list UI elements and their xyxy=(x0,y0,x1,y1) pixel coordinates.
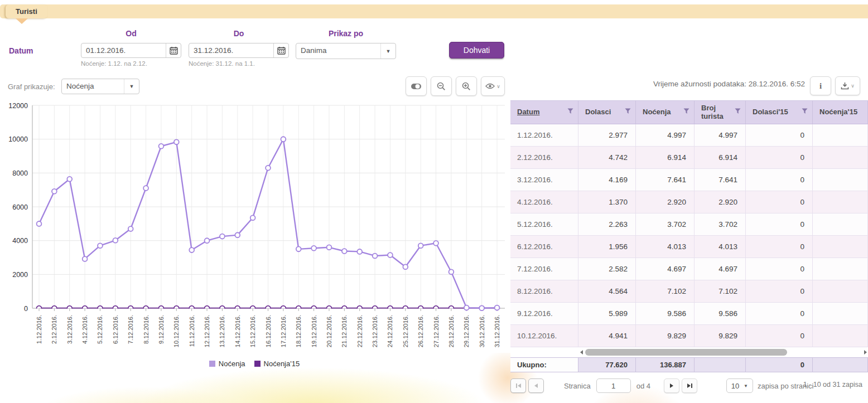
stranica-label: Stranica xyxy=(564,382,591,390)
filter-funnel-icon[interactable] xyxy=(735,108,741,116)
chevron-down-icon: ▼ xyxy=(124,79,139,94)
table-row[interactable]: 5.12.2016.2.2633.7023.7020 xyxy=(510,213,868,236)
column-header-1[interactable]: Datum xyxy=(510,101,578,124)
cell-value: 0 xyxy=(746,169,813,191)
table-row[interactable]: 2.12.2016.4.7426.9146.9140 xyxy=(510,147,868,169)
filter-funnel-icon[interactable] xyxy=(625,108,631,116)
cell-value: 2.920 xyxy=(636,191,695,213)
cell-value: 2.263 xyxy=(578,213,636,235)
chevron-down-icon: ▼ xyxy=(380,43,396,59)
do-label: Do xyxy=(189,29,289,38)
line-chart[interactable]: 0200040006000800010000120001.12.2016.2.1… xyxy=(0,103,509,357)
svg-text:3.12.2016.: 3.12.2016. xyxy=(66,315,73,344)
column-header-5[interactable]: Dolasci'15 xyxy=(746,101,813,124)
cell-value: 3.702 xyxy=(695,213,746,235)
cell-value: 2.582 xyxy=(578,258,636,280)
horizontal-scrollbar xyxy=(510,347,868,357)
graf-prikazuje-select[interactable]: Noćenja ▼ xyxy=(61,79,139,94)
footer-total: 77.620 xyxy=(578,358,636,372)
cell-date: 8.12.2016. xyxy=(510,280,578,302)
series-toggle-icon xyxy=(411,83,422,90)
svg-text:7.12.2016.: 7.12.2016. xyxy=(127,315,134,344)
cell-value: 0 xyxy=(746,213,813,235)
first-page-button[interactable] xyxy=(510,378,526,393)
column-header-4[interactable]: Broj turista xyxy=(695,101,746,124)
column-header-3[interactable]: Noćenja xyxy=(636,101,695,124)
scrollbar-thumb[interactable] xyxy=(585,349,787,356)
previous-page-button[interactable] xyxy=(528,378,544,393)
cell-date: 2.12.2016. xyxy=(510,147,578,168)
svg-text:23.12.2016.: 23.12.2016. xyxy=(372,315,378,347)
page-size-value: 10 xyxy=(727,382,744,390)
svg-text:19.12.2016.: 19.12.2016. xyxy=(311,315,317,347)
cell-value: 4.169 xyxy=(578,169,636,191)
svg-text:17.12.2016.: 17.12.2016. xyxy=(280,315,287,347)
cell-date: 7.12.2016. xyxy=(510,258,578,280)
tab-turisti[interactable]: Turisti xyxy=(6,4,47,18)
next-page-button[interactable] xyxy=(664,378,679,393)
prikaz-po-select[interactable]: Danima ▼ xyxy=(296,43,396,59)
calendar-icon[interactable] xyxy=(273,43,288,57)
zoom-out-button[interactable] xyxy=(431,76,452,96)
scrollbar-track[interactable] xyxy=(578,347,868,357)
date-to-input[interactable] xyxy=(189,43,273,57)
graf-prikazuje-value: Noćenja xyxy=(62,79,124,94)
table-row[interactable]: 7.12.2016.2.5824.6974.6970 xyxy=(510,258,868,280)
cell-value: 4.941 xyxy=(578,325,636,347)
top-tab-bar xyxy=(0,4,868,18)
visibility-menu-button[interactable]: ∨ xyxy=(481,76,505,96)
table-row[interactable]: 3.12.2016.4.1697.6417.6410 xyxy=(510,169,868,191)
last-page-button[interactable] xyxy=(682,378,697,393)
cell-value: 9.829 xyxy=(636,325,695,347)
column-header-6[interactable]: Noćenja'15 xyxy=(813,101,868,124)
info-icon: i xyxy=(819,81,822,91)
download-menu-button[interactable]: ∨ xyxy=(835,76,860,95)
cell-date: 4.12.2016. xyxy=(510,191,578,213)
footer-label: Ukupno: xyxy=(510,358,578,372)
dohvati-button[interactable]: Dohvati xyxy=(449,42,504,59)
page-size-select[interactable]: 10 ▼ xyxy=(726,378,753,393)
cell-date: 1.12.2016. xyxy=(510,124,578,146)
info-button[interactable]: i xyxy=(810,76,831,95)
cell-value: 7.641 xyxy=(695,169,746,191)
filter-funnel-icon[interactable] xyxy=(802,108,808,116)
table-row[interactable]: 8.12.2016.4.5647.1027.1020 xyxy=(510,280,868,303)
cell-value: 5.989 xyxy=(578,303,636,324)
legend-item[interactable]: Noćenja'15 xyxy=(254,360,300,368)
chevron-down-icon: ▼ xyxy=(744,383,753,389)
scroll-right-icon[interactable] xyxy=(862,350,868,355)
cell-value: 1.370 xyxy=(578,191,636,213)
zoom-in-button[interactable] xyxy=(456,76,477,96)
svg-text:20.12.2016.: 20.12.2016. xyxy=(326,315,332,347)
page-number-input[interactable] xyxy=(596,378,631,393)
legend-swatch xyxy=(254,361,261,367)
column-header-2[interactable]: Dolasci xyxy=(578,101,636,124)
legend-item[interactable]: Noćenja xyxy=(209,360,245,368)
filter-funnel-icon xyxy=(735,108,741,114)
footer-total: 0 xyxy=(746,358,813,372)
prikaz-po-value: Danima xyxy=(296,43,380,59)
cell-value xyxy=(813,280,868,302)
cell-value: 0 xyxy=(746,280,813,302)
date-from-field xyxy=(81,43,181,58)
footer-total: 136.887 xyxy=(636,358,695,372)
series-toggle-button[interactable] xyxy=(406,76,427,96)
od-hint: Noćenje: 1.12. na 2.12. xyxy=(81,60,147,67)
svg-text:22.12.2016.: 22.12.2016. xyxy=(356,315,363,347)
svg-text:24.12.2016.: 24.12.2016. xyxy=(387,315,393,347)
filter-funnel-icon[interactable] xyxy=(683,108,689,116)
table-row[interactable]: 9.12.2016.5.9899.5869.5860 xyxy=(510,303,868,325)
date-from-input[interactable] xyxy=(81,43,166,57)
table-row[interactable]: 4.12.2016.1.3702.9202.9200 xyxy=(510,191,868,213)
table-row[interactable]: 10.12.2016.4.9419.8299.8290 xyxy=(510,325,868,347)
cell-value xyxy=(813,325,868,347)
calendar-icon[interactable] xyxy=(166,43,181,57)
cell-value: 0 xyxy=(746,147,813,168)
filter-funnel-icon xyxy=(567,108,573,114)
svg-text:21.12.2016.: 21.12.2016. xyxy=(341,315,348,347)
cell-value: 4.997 xyxy=(695,124,746,146)
table-row[interactable]: 1.12.2016.2.9774.9974.9970 xyxy=(510,124,868,147)
filter-funnel-icon[interactable] xyxy=(567,108,573,116)
scroll-left-icon[interactable] xyxy=(578,350,584,355)
table-row[interactable]: 6.12.2016.1.9564.0134.0130 xyxy=(510,236,868,258)
